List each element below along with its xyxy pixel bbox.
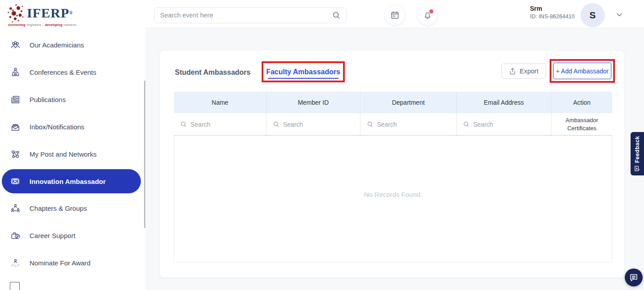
name-search-input[interactable] [191, 121, 260, 128]
column-header-member-id: Member ID [267, 92, 360, 113]
partial-icon [10, 282, 20, 290]
sidebar-item-label: Innovation Ambassador [30, 178, 106, 185]
chat-bubble-icon [629, 273, 639, 282]
chapters-groups-icon [10, 203, 21, 214]
sidebar-item-my-post-networks[interactable]: My Post and Networks [0, 141, 145, 168]
event-search-input[interactable] [160, 12, 332, 19]
sidebar: IFERP® connecting engineers... developin… [0, 0, 145, 290]
filter-cell-department [360, 113, 457, 135]
sidebar-scrollbar[interactable] [144, 81, 145, 228]
chat-widget-button[interactable] [625, 269, 643, 286]
sidebar-item-label: Publications [30, 96, 66, 103]
sidebar-item-label: Chapters & Groups [30, 205, 87, 212]
chevron-down-icon[interactable] [616, 13, 623, 17]
sidebar-item-label: My Post and Networks [30, 150, 97, 158]
brand-tagline: connecting engineers... developing resea… [8, 23, 145, 26]
search-icon [367, 121, 373, 128]
registered-mark: ® [69, 10, 73, 15]
column-header-email: Email Address [457, 92, 551, 113]
user-name: Srm [530, 5, 575, 12]
sidebar-item-label: Conferences & Events [30, 68, 96, 76]
column-header-department: Department [360, 92, 457, 113]
app-root: IFERP® connecting engineers... developin… [0, 0, 644, 290]
export-label: Export [520, 68, 538, 75]
search-icon [463, 121, 470, 128]
calendar-button[interactable] [385, 5, 405, 25]
filter-cell-action: Ambassador Certificates [551, 113, 612, 135]
ambassador-certificates-label: Ambassador Certificates [558, 116, 606, 132]
ambassadors-card: Student Ambassadors Faculty Ambassadors … [159, 50, 625, 278]
event-search-box [154, 7, 347, 23]
email-search-input[interactable] [473, 121, 545, 128]
department-search-input[interactable] [377, 121, 450, 128]
tab-faculty-ambassadors[interactable]: Faculty Ambassadors [263, 63, 343, 81]
ambassadors-table: Name Member ID Department Email Address … [174, 92, 612, 262]
feedback-button[interactable]: Feedback [631, 132, 644, 175]
table-empty-body: No Records Found. [174, 136, 612, 262]
tab-student-ambassadors[interactable]: Student Ambassadors [175, 68, 250, 77]
sidebar-item-inbox-notifications[interactable]: Inbox/Notifications [0, 113, 145, 141]
filter-cell-member-id [267, 113, 360, 135]
export-button[interactable]: Export [501, 64, 546, 79]
sidebar-nav: Our Academicians Conferences & Events [0, 28, 145, 286]
table-header-row: Name Member ID Department Email Address … [174, 92, 612, 113]
no-records-text: No Records Found. [364, 191, 422, 198]
logo-globe-icon [7, 4, 27, 24]
filter-cell-email [457, 113, 551, 135]
newspaper-icon [10, 94, 21, 105]
sidebar-item-chapters-groups[interactable]: Chapters & Groups [0, 195, 145, 222]
avatar[interactable]: S [580, 3, 605, 27]
add-ambassador-button[interactable]: + Add Ambassador [553, 63, 611, 79]
sidebar-item-label: Career Support [30, 232, 76, 239]
notifications-button[interactable] [418, 5, 437, 25]
filter-cell-name [174, 113, 267, 135]
brand-name: IFERP® [27, 5, 73, 21]
award-stars-icon: ☆ ☆ ☆ [10, 258, 21, 269]
search-icon [273, 121, 280, 128]
people-group-icon [10, 40, 21, 51]
annotation-box-faculty-tab: Faculty Ambassadors [262, 61, 345, 82]
sidebar-item-label: Inbox/Notifications [30, 123, 85, 131]
column-header-action: Action [551, 92, 612, 113]
podium-speaker-icon [10, 67, 21, 78]
tab-faculty-label: Faculty Ambassadors [266, 68, 340, 76]
sidebar-item-publications[interactable]: Publications [0, 86, 145, 113]
table-filter-row: Ambassador Certificates [174, 113, 612, 136]
sidebar-item-nominate-for-award[interactable]: ☆ ☆ ☆ Nominate For Award [0, 249, 145, 277]
sidebar-item-label: Our Academicians [30, 41, 84, 49]
innovation-ambassador-icon [10, 176, 21, 187]
export-icon [509, 68, 516, 75]
feedback-label: Feedback [634, 136, 640, 163]
notification-badge-dot [429, 9, 433, 13]
sidebar-item-label: Nominate For Award [30, 259, 90, 267]
inbox-envelope-icon [10, 122, 21, 132]
network-nodes-icon [10, 149, 21, 160]
feedback-bubble-icon [635, 166, 640, 171]
member-id-search-input[interactable] [283, 121, 354, 128]
sidebar-item-our-academicians[interactable]: Our Academicians [0, 31, 145, 59]
top-header: Srm ID: INS-86264410 S [145, 0, 644, 28]
search-icon [180, 121, 187, 128]
column-header-name: Name [174, 92, 267, 113]
brand-logo[interactable]: IFERP® connecting engineers... developin… [0, 0, 145, 28]
calendar-icon [390, 10, 400, 20]
user-id: ID: INS-86264410 [530, 13, 575, 20]
sidebar-item-career-support[interactable]: Career Support [0, 222, 145, 249]
user-info: Srm ID: INS-86264410 [530, 5, 575, 20]
search-icon [332, 11, 341, 20]
sidebar-item-innovation-ambassador[interactable]: Innovation Ambassador [2, 169, 141, 193]
sidebar-item-conferences-events[interactable]: Conferences & Events [0, 59, 145, 86]
active-tab-underline [268, 78, 339, 79]
svg-text:☆: ☆ [17, 263, 20, 267]
sidebar-item-partial [0, 277, 145, 286]
briefcase-icon [10, 230, 21, 241]
